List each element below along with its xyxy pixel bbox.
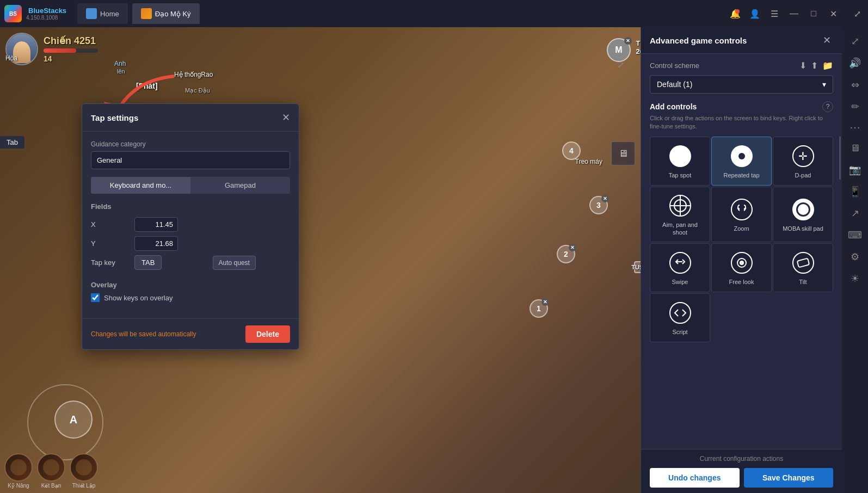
sidebar-settings-icon[interactable]: ⚙ xyxy=(845,247,865,267)
dialog-close-button[interactable]: ✕ xyxy=(282,112,290,124)
control-repeated-tap[interactable]: Repeated tap xyxy=(711,137,772,186)
tap-spot-label: Tap spot xyxy=(669,171,692,179)
field-x-input[interactable] xyxy=(134,217,178,232)
treo-may-icon[interactable]: 🖥 xyxy=(611,141,635,165)
sidebar-share-icon[interactable]: ↗ xyxy=(845,204,865,223)
game-tab-icon xyxy=(141,8,152,19)
agc-scrollbar[interactable] xyxy=(839,136,841,180)
maximize-button[interactable]: □ xyxy=(807,7,820,20)
sidebar-more-icon[interactable]: ⋯ xyxy=(849,121,860,134)
badge-2-x: ✕ xyxy=(569,244,576,251)
aim-label: Aim, pan and shoot xyxy=(655,221,705,237)
control-zoom[interactable]: Zoom xyxy=(711,187,772,243)
sidebar-resize-icon[interactable]: ⤢ xyxy=(845,32,865,51)
swipe-label: Swipe xyxy=(672,278,688,286)
sidebar-camera-icon[interactable]: 📷 xyxy=(845,160,865,180)
control-aim[interactable]: Aim, pan and shoot xyxy=(650,187,710,243)
top-bar: BS BlueStacks 4.150.8.1008 Home Đạo Mộ K… xyxy=(0,0,868,27)
game-info-text: Mạc Đậu xyxy=(185,87,210,94)
game-hud: Chiến 4251 14 xyxy=(5,33,98,65)
home-tab-icon xyxy=(86,8,97,19)
hp-bar-fill xyxy=(44,48,76,53)
control-scheme-row: Control scheme ⬇ ⬆ 📁 xyxy=(650,60,833,71)
zoom-icon xyxy=(731,199,753,220)
control-tap-spot[interactable]: Tap spot xyxy=(650,137,710,186)
field-x-name: X xyxy=(91,215,134,234)
script-icon xyxy=(669,302,691,324)
tab-game[interactable]: Đạo Mộ Ký xyxy=(132,3,200,24)
guidance-input[interactable] xyxy=(91,151,290,169)
tab-buttons: Keyboard and mo... Gamepad xyxy=(91,177,290,194)
skill-icon-3[interactable] xyxy=(70,453,98,482)
notification-dot xyxy=(735,9,740,14)
scheme-download-icon[interactable]: ⬇ xyxy=(799,60,807,71)
close-button[interactable]: ✕ xyxy=(827,7,840,20)
skill-item-3: Thiết Lập xyxy=(70,453,98,489)
show-keys-label: Show keys on overlay xyxy=(104,294,173,302)
game-event-text: [Phát] xyxy=(136,82,158,90)
app-branding: BS BlueStacks 4.150.8.1008 xyxy=(4,5,66,22)
skill-icon-2[interactable] xyxy=(37,453,65,482)
control-dpad[interactable]: ✛ D-pad xyxy=(773,137,833,186)
game-name-text2: lên xyxy=(117,68,125,75)
control-swipe[interactable]: Swipe xyxy=(650,243,710,292)
skill-label-1: Kỹ Năng xyxy=(8,483,29,489)
field-y-empty xyxy=(213,234,290,253)
gamepad-tab-button[interactable]: Gamepad xyxy=(190,177,290,194)
dialog-footer: Changes will be saved automatically Dele… xyxy=(82,318,299,349)
save-changes-button[interactable]: Save Changes xyxy=(744,468,834,488)
app-name: BlueStacks xyxy=(28,7,66,15)
agc-close-button[interactable]: ✕ xyxy=(820,34,833,47)
scheme-dropdown-chevron: ▾ xyxy=(822,80,826,89)
show-keys-checkbox[interactable] xyxy=(91,293,100,302)
sidebar-phone-icon[interactable]: 📱 xyxy=(845,182,865,201)
tab-game-label: Đạo Mộ Ký xyxy=(155,10,191,18)
sidebar-resize2-icon[interactable]: ⇔ xyxy=(845,75,865,95)
bottom-skills: Kỹ Năng Kết Bạn Thiết Lập xyxy=(4,453,98,489)
sidebar-edit-icon[interactable]: ✏ xyxy=(845,97,865,116)
control-moba[interactable]: MOBA skill pad xyxy=(773,187,833,243)
add-controls-title: Add controls xyxy=(650,102,697,111)
sidebar-sun-icon[interactable]: ☀ xyxy=(845,269,865,288)
auto-save-text: Changes will be saved automatically xyxy=(91,330,196,338)
script-label: Script xyxy=(672,328,687,336)
minimize-button[interactable]: — xyxy=(787,7,801,20)
badge-3: 3 ✕ xyxy=(589,196,608,214)
control-freelook[interactable]: Free look xyxy=(711,243,772,292)
app-version: 4.150.8.1008 xyxy=(26,15,66,21)
sidebar-volume-icon[interactable]: 🔊 xyxy=(845,53,865,73)
field-row-tapkey: Tap key TAB Auto quest xyxy=(91,253,290,272)
scheme-upload-icon[interactable]: ⬆ xyxy=(811,60,818,71)
scheme-folder-icon[interactable]: 📁 xyxy=(822,60,833,71)
skill-item-1: Kỹ Năng xyxy=(4,453,33,489)
undo-changes-button[interactable]: Undo changes xyxy=(650,468,740,488)
tap-settings-dialog: Tap settings ✕ Guidance category Keyboar… xyxy=(82,103,299,350)
add-controls-desc: Click or drag the actions on the screen … xyxy=(650,114,833,131)
moba-icon xyxy=(792,199,814,220)
menu-icon[interactable]: ☰ xyxy=(768,7,781,20)
tap-key-button[interactable]: TAB xyxy=(134,255,162,270)
scheme-dropdown[interactable]: Default (1) ▾ xyxy=(650,75,833,94)
tu-label: TU xyxy=(631,264,639,270)
scheme-action-icons: ⬇ ⬆ 📁 xyxy=(799,60,833,71)
control-tilt[interactable]: Tilt xyxy=(773,243,833,292)
badge-1: 1 ✕ xyxy=(530,299,548,318)
delete-button[interactable]: Delete xyxy=(245,325,290,343)
sidebar-tv-icon[interactable]: 🖥 xyxy=(845,138,865,158)
game-system-text: Hệ thốngRao xyxy=(174,71,213,78)
resize-button[interactable]: ⤢ xyxy=(851,7,864,20)
control-script[interactable]: Script xyxy=(650,293,710,342)
notification-bell[interactable]: 🔔 xyxy=(729,7,742,20)
add-controls-help-icon[interactable]: ? xyxy=(822,101,833,112)
user-account-icon[interactable]: 👤 xyxy=(748,7,761,20)
skill-icon-1[interactable] xyxy=(4,453,33,482)
agc-panel: Advanced game controls ✕ Control scheme … xyxy=(641,27,842,493)
add-controls-section: Add controls ? Click or drag the actions… xyxy=(650,101,833,342)
dialog-body: Guidance category Keyboard and mo... Gam… xyxy=(82,132,299,318)
sidebar-keyboard-icon[interactable]: ⌨ xyxy=(845,225,865,245)
swipe-icon xyxy=(669,252,691,274)
field-row-x: X xyxy=(91,215,290,234)
keyboard-tab-button[interactable]: Keyboard and mo... xyxy=(91,177,190,194)
tab-home[interactable]: Home xyxy=(77,3,128,24)
field-y-input[interactable] xyxy=(134,236,178,251)
